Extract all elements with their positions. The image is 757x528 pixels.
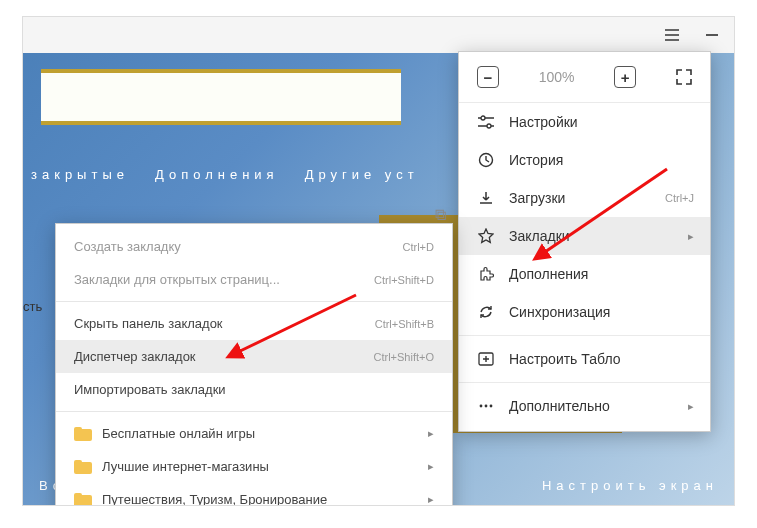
chevron-right-icon: ▸ <box>688 400 694 413</box>
hamburger-menu-button[interactable] <box>658 21 686 49</box>
tab-other-devices[interactable]: Другие уст <box>305 167 419 182</box>
submenu-label: Создать закладку <box>74 239 181 254</box>
menu-label: Закладки <box>509 228 570 244</box>
menu-separator <box>459 382 710 383</box>
menu-more[interactable]: Дополнительно ▸ <box>459 387 710 425</box>
menu-label: Настройки <box>509 114 578 130</box>
popup-tab-icon: ⧉ <box>435 206 446 224</box>
svg-point-5 <box>485 405 488 408</box>
main-menu: − 100% + Настройки История Загрузки Ctrl… <box>458 51 711 432</box>
submenu-shortcut: Ctrl+Shift+D <box>374 274 434 286</box>
svg-point-1 <box>487 124 491 128</box>
submenu-label: Закладки для открытых страниц... <box>74 272 280 287</box>
submenu-shortcut: Ctrl+Shift+O <box>373 351 434 363</box>
minimize-button[interactable] <box>698 21 726 49</box>
submenu-label: Лучшие интернет-магазины <box>102 459 269 474</box>
zoom-value: 100% <box>539 69 575 85</box>
zoom-out-button[interactable]: − <box>477 66 499 88</box>
submenu-separator <box>56 411 452 412</box>
menu-sync[interactable]: Синхронизация <box>459 293 710 331</box>
puzzle-icon <box>475 265 497 283</box>
fullscreen-button[interactable] <box>676 69 692 85</box>
download-icon <box>475 189 497 207</box>
submenu-shortcut: Ctrl+Shift+B <box>375 318 434 330</box>
menu-label: Загрузки <box>509 190 565 206</box>
bookmarks-submenu: ⧉ Создать закладку Ctrl+D Закладки для о… <box>55 223 453 506</box>
star-icon <box>475 227 497 245</box>
folder-icon <box>74 427 92 441</box>
submenu-hide-bookmarks-bar[interactable]: Скрыть панель закладок Ctrl+Shift+B <box>56 307 452 340</box>
chevron-right-icon: ▸ <box>428 460 434 473</box>
menu-downloads[interactable]: Загрузки Ctrl+J <box>459 179 710 217</box>
submenu-folder-free-games[interactable]: Бесплатные онлайн игры ▸ <box>56 417 452 450</box>
tab-addons[interactable]: Дополнения <box>155 167 279 182</box>
tab-closed[interactable]: закрытые <box>31 167 129 182</box>
submenu-label: Импортировать закладки <box>74 382 226 397</box>
menu-label: Настроить Табло <box>509 351 621 367</box>
menu-label: Дополнения <box>509 266 588 282</box>
svg-point-0 <box>481 116 485 120</box>
menu-label: Дополнительно <box>509 398 610 414</box>
submenu-label: Скрыть панель закладок <box>74 316 223 331</box>
cropped-text: сть <box>23 299 42 314</box>
browser-window: закрытые Дополнения Другие уст сть Во На… <box>22 16 735 506</box>
submenu-create-bookmark[interactable]: Создать закладку Ctrl+D <box>56 230 452 263</box>
folder-icon <box>74 493 92 507</box>
titlebar <box>23 17 734 53</box>
submenu-label: Бесплатные онлайн игры <box>102 426 255 441</box>
search-bar-region <box>41 69 401 125</box>
submenu-bookmark-open-pages[interactable]: Закладки для открытых страниц... Ctrl+Sh… <box>56 263 452 296</box>
submenu-folder-best-stores[interactable]: Лучшие интернет-магазины ▸ <box>56 450 452 483</box>
menu-separator <box>459 335 710 336</box>
settings-sliders-icon <box>475 113 497 131</box>
more-icon <box>475 397 497 415</box>
submenu-label: Диспетчер закладок <box>74 349 196 364</box>
hamburger-icon <box>665 29 679 41</box>
menu-addons[interactable]: Дополнения <box>459 255 710 293</box>
svg-point-4 <box>480 405 483 408</box>
menu-label: История <box>509 152 563 168</box>
minimize-icon <box>706 34 718 36</box>
menu-settings[interactable]: Настройки <box>459 103 710 141</box>
svg-point-6 <box>490 405 493 408</box>
sync-icon <box>475 303 497 321</box>
submenu-folder-travel[interactable]: Путешествия, Туризм, Бронирование ▸ <box>56 483 452 506</box>
submenu-shortcut: Ctrl+D <box>403 241 434 253</box>
submenu-separator <box>56 301 452 302</box>
folder-icon <box>74 460 92 474</box>
zoom-in-button[interactable]: + <box>614 66 636 88</box>
chevron-right-icon: ▸ <box>428 493 434 506</box>
fullscreen-icon <box>676 69 692 85</box>
menu-bookmarks[interactable]: Закладки ▸ <box>459 217 710 255</box>
customize-screen-link[interactable]: Настроить экран <box>542 478 718 493</box>
menu-label: Синхронизация <box>509 304 610 320</box>
menu-shortcut: Ctrl+J <box>665 192 694 204</box>
menu-history[interactable]: История <box>459 141 710 179</box>
submenu-import-bookmarks[interactable]: Импортировать закладки <box>56 373 452 406</box>
history-icon <box>475 151 497 169</box>
zoom-controls: − 100% + <box>459 52 710 103</box>
submenu-bookmark-manager[interactable]: Диспетчер закладок Ctrl+Shift+O <box>56 340 452 373</box>
add-tile-icon <box>475 350 497 368</box>
page-tabs: закрытые Дополнения Другие уст <box>23 167 419 182</box>
menu-customize-tablo[interactable]: Настроить Табло <box>459 340 710 378</box>
chevron-right-icon: ▸ <box>688 230 694 243</box>
submenu-label: Путешествия, Туризм, Бронирование <box>102 492 327 506</box>
chevron-right-icon: ▸ <box>428 427 434 440</box>
